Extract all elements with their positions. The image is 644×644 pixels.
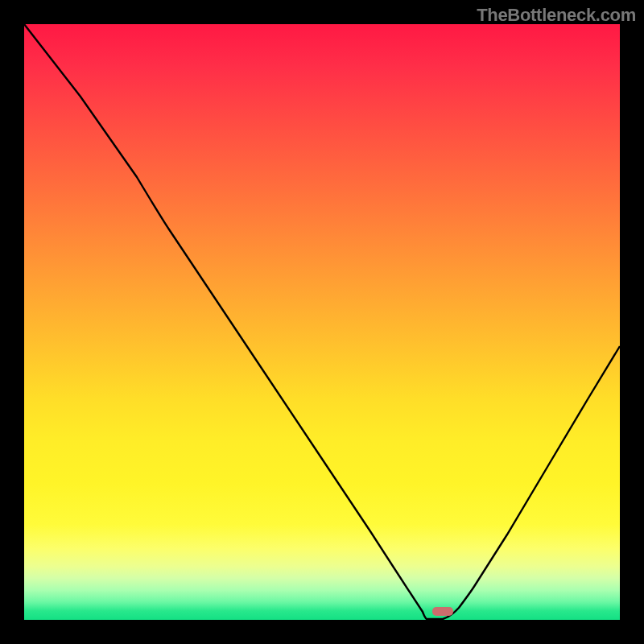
bottleneck-curve xyxy=(24,24,620,620)
target-marker xyxy=(432,607,453,616)
watermark-text: TheBottleneck.com xyxy=(477,5,636,26)
plot-area xyxy=(24,24,620,620)
